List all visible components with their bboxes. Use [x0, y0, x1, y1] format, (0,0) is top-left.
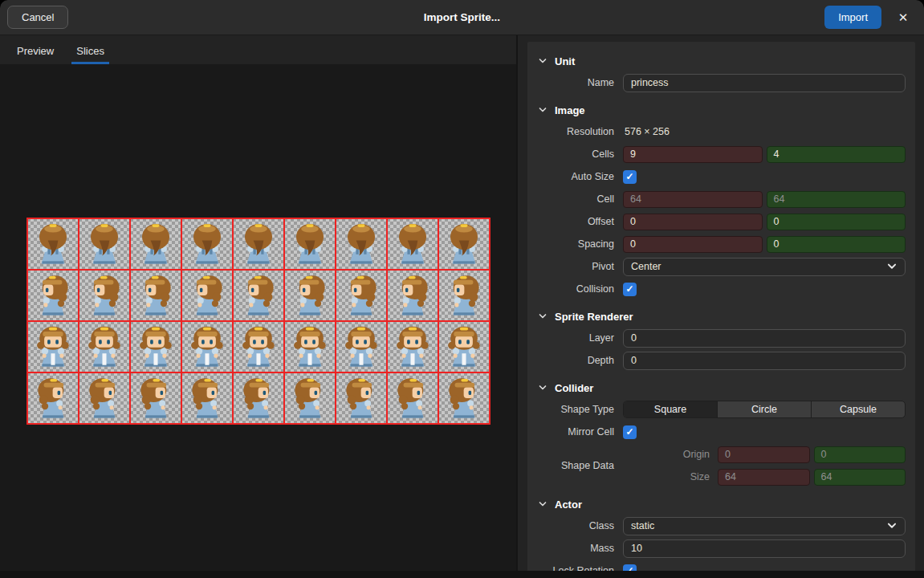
tab-label: Preview: [17, 45, 54, 57]
class-select[interactable]: static: [623, 517, 906, 535]
sprite-cell: [27, 321, 79, 372]
chevron-down-icon: [538, 383, 547, 393]
cells-y-field[interactable]: 4: [767, 146, 906, 163]
sprite-cell: [284, 218, 336, 270]
form-row-shape-type: Shape TypeSquareCircleCapsule: [534, 398, 906, 421]
section-header-actor[interactable]: Actor: [534, 494, 906, 515]
tab-preview[interactable]: Preview: [12, 45, 59, 64]
cells-x-field[interactable]: 9: [623, 146, 763, 163]
princess-sprite-right: [81, 376, 128, 422]
tab-slices[interactable]: Slices: [71, 45, 109, 64]
check-icon: ✓: [625, 284, 633, 294]
import-settings-form: UnitNameprincessImageResolution576 × 256…: [527, 42, 915, 578]
layer-input[interactable]: 0: [623, 329, 906, 348]
row-label: Size: [623, 471, 710, 482]
sprite-cell: [27, 372, 79, 424]
check-icon: ✓: [625, 427, 633, 437]
sprite-cell: [181, 218, 233, 270]
princess-sprite-down: [235, 324, 282, 371]
import-sprite-dialog: Cancel Import Sprite... Import ✕ Preview…: [0, 0, 924, 578]
row-label: Auto Size: [534, 171, 614, 182]
section-header-image[interactable]: Image: [534, 100, 906, 120]
pivot-selected-value: Center: [631, 261, 661, 272]
shape-type-segment-capsule[interactable]: Capsule: [812, 401, 905, 417]
form-row-class: Classstatic: [534, 515, 906, 537]
sprite-cell: [130, 218, 181, 270]
sprite-cell: [130, 270, 181, 321]
origin-x-field: 0: [718, 446, 810, 463]
sprite-cell: [336, 372, 387, 424]
section-header-sprite-renderer[interactable]: Sprite Renderer: [534, 306, 906, 327]
row-label: Spacing: [534, 238, 614, 250]
cell-x-field: 64: [623, 191, 763, 208]
chevron-down-icon: [538, 56, 547, 66]
princess-sprite-up: [184, 222, 230, 268]
sprite-cell: [387, 372, 438, 424]
princess-sprite-left: [184, 273, 230, 320]
preview-pane: PreviewSlices: [0, 35, 516, 578]
row-label: Class: [534, 520, 614, 531]
chevron-down-icon: [538, 105, 547, 115]
section-header-collider[interactable]: Collider: [534, 377, 906, 398]
princess-sprite-left: [441, 273, 487, 320]
mass-input[interactable]: 10: [623, 539, 906, 558]
size-y-field: 64: [814, 469, 906, 486]
close-icon[interactable]: ✕: [893, 7, 914, 28]
auto-size-checkbox[interactable]: ✓: [623, 170, 637, 184]
sprite-cell: [438, 270, 490, 321]
princess-sprite-down: [338, 324, 385, 371]
titlebar: Cancel Import Sprite... Import ✕: [0, 0, 924, 35]
section-title: Image: [555, 104, 585, 116]
size-x-field: 64: [718, 469, 810, 486]
row-label: Shape Type: [534, 404, 614, 415]
sprite-cell: [181, 321, 233, 372]
sprite-cell: [387, 218, 438, 270]
row-label: Cell: [534, 193, 614, 205]
offset-x-field[interactable]: 0: [623, 214, 763, 230]
princess-sprite-up: [338, 222, 385, 268]
pivot-select[interactable]: Center: [623, 258, 906, 276]
princess-sprite-left: [81, 273, 128, 320]
princess-sprite-left: [389, 273, 436, 320]
princess-sprite-up: [132, 222, 179, 268]
chevron-down-icon: [886, 261, 898, 272]
sprite-sheet-preview: [26, 218, 490, 425]
princess-sprite-up: [287, 222, 333, 268]
collision-checkbox[interactable]: ✓: [623, 283, 637, 296]
shape-type-segment-circle[interactable]: Circle: [718, 401, 812, 417]
princess-sprite-left: [338, 273, 385, 320]
name-input[interactable]: princess: [623, 74, 906, 92]
sprite-cell: [284, 270, 336, 321]
shape-type-segmented-control: SquareCircleCapsule: [623, 401, 906, 418]
form-row-cell: Cell6464: [534, 188, 906, 210]
row-label: Name: [534, 77, 614, 88]
cancel-button[interactable]: Cancel: [7, 6, 68, 29]
shape-type-segment-square[interactable]: Square: [624, 401, 718, 417]
sprite-cell: [79, 321, 130, 372]
sprite-cell: [336, 218, 387, 270]
princess-sprite-right: [287, 376, 333, 422]
depth-input[interactable]: 0: [623, 352, 906, 370]
offset-y-field[interactable]: 0: [767, 214, 906, 230]
dialog-title: Import Sprite...: [0, 11, 924, 23]
princess-sprite-right: [389, 376, 436, 422]
princess-sprite-right: [338, 376, 385, 422]
form-row-mass: Mass10: [534, 537, 906, 560]
princess-sprite-down: [389, 324, 436, 371]
sprite-cell: [181, 270, 233, 321]
chevron-down-icon: [886, 520, 898, 531]
form-row-collision: Collision✓: [534, 278, 906, 300]
sprite-cell: [233, 270, 284, 321]
form-row-origin: Origin00: [623, 443, 906, 466]
check-icon: ✓: [625, 172, 633, 181]
import-button[interactable]: Import: [824, 6, 881, 29]
princess-sprite-up: [441, 222, 487, 268]
cell-y-field: 64: [767, 191, 906, 208]
mirror-cell-checkbox[interactable]: ✓: [623, 425, 637, 439]
princess-sprite-down: [287, 324, 333, 371]
spacing-x-field[interactable]: 0: [623, 236, 763, 253]
section-header-unit[interactable]: Unit: [534, 51, 906, 71]
princess-sprite-down: [441, 324, 487, 371]
spacing-y-field[interactable]: 0: [767, 236, 906, 253]
row-label: Layer: [534, 332, 614, 344]
